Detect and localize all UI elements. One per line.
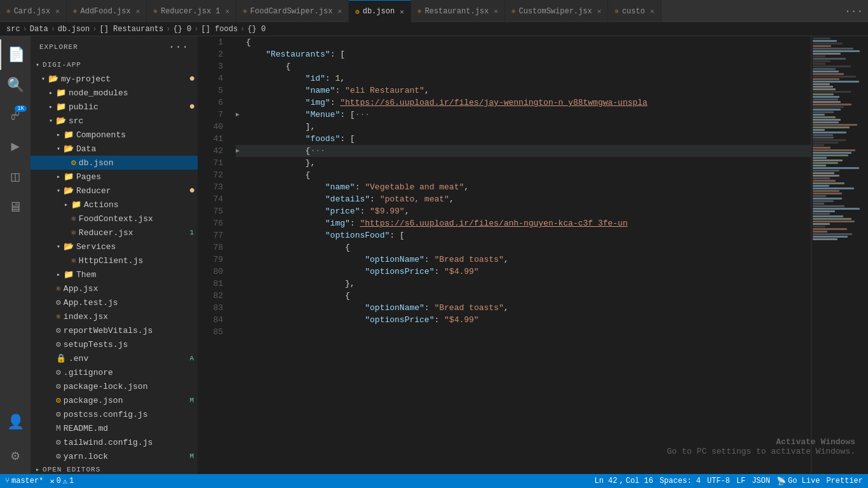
minimap-line-24 [813, 98, 838, 100]
tab-foodcardswiper[interactable]: ⚛FoodCardSwiper.jsx✕ [236, 0, 349, 22]
tree-item-5[interactable]: ▾📂Data [31, 142, 198, 156]
token-16-0: "optionsFood" [246, 229, 390, 241]
tree-item-14[interactable]: ▸📁Them [31, 268, 198, 281]
encoding[interactable]: UTF-8 [707, 477, 730, 485]
code-line-14: "price": "$9.99", [236, 205, 811, 217]
eol[interactable]: LF [736, 477, 745, 485]
go-live-button[interactable]: 📡 Go Live [776, 477, 820, 486]
tab-close-restaurant[interactable]: ✕ [494, 7, 498, 15]
activity-run[interactable]: ▶ [0, 131, 31, 161]
tree-item-3[interactable]: ▾📂src [31, 114, 198, 128]
sidebar-more-button[interactable]: ··· [168, 41, 189, 53]
fold-arrow-9[interactable]: ▶ [236, 145, 246, 157]
token-7-0: ], [246, 121, 315, 133]
tree-item-0[interactable]: ▾📂my-project● [31, 72, 198, 86]
tree-item-15[interactable]: ⚛App.jsx [31, 281, 198, 295]
tree-item-6[interactable]: ⚙db.json [31, 156, 198, 170]
breadcrumb-part-1[interactable]: Data [30, 25, 48, 34]
tab-customswiper[interactable]: ⚛CustomSwiper.jsx✕ [505, 0, 608, 22]
tab-reducer[interactable]: ⚛Reducer.jsx 1✕ [147, 0, 236, 22]
tab-close-reducer[interactable]: ✕ [226, 7, 230, 15]
sidebar-section-0[interactable]: ▸OPEN EDITORS [31, 463, 198, 474]
tree-item-9[interactable]: ▸📁Actions [31, 198, 198, 212]
tree-item-24[interactable]: ⚙postcss.config.js [31, 407, 198, 421]
tree-item-25[interactable]: MREADME.md [31, 421, 198, 435]
tree-label-21: .gitignore [64, 368, 198, 377]
code-line-19: "optionsPrice": "$4.99" [236, 266, 811, 278]
language-mode[interactable]: JSON [752, 477, 770, 485]
line-num-7: 40 [198, 121, 223, 133]
tree-item-17[interactable]: ⚛index.jsx [31, 309, 198, 323]
file-icon-27: ⚙ [56, 451, 61, 461]
folder-chevron-9: ▸ [61, 201, 71, 208]
tree-item-1[interactable]: ▸📁node_modules [31, 86, 198, 100]
tree-label-19: setupTests.js [64, 340, 198, 349]
activity-accounts[interactable]: 👤 [0, 407, 31, 437]
token-1-1: : [ [330, 48, 345, 60]
breadcrumb-part-3[interactable]: [] Restaurants [99, 25, 163, 34]
tab-icon-dbjson: ⚙ [355, 8, 360, 16]
activity-explorer[interactable]: 📄 [0, 39, 31, 70]
tab-label-custo: custo [622, 7, 645, 16]
minimap-line-37 [813, 132, 846, 133]
tab-restaurant[interactable]: ⚛Restaurant.jsx✕ [411, 0, 505, 22]
more-tabs-button[interactable]: ··· [839, 6, 868, 17]
line-num-3: 4 [198, 72, 223, 85]
token-13-0: "details" [246, 193, 370, 205]
tree-item-23[interactable]: ⚙package.jsonM [31, 393, 198, 407]
tree-item-12[interactable]: ▾📂Services [31, 240, 198, 254]
activity-search[interactable]: 🔍 [0, 70, 31, 100]
minimap-line-1 [813, 40, 837, 42]
prettier-button[interactable]: Prettier [826, 477, 863, 485]
breadcrumb-part-0[interactable]: src [6, 25, 20, 34]
tree-item-2[interactable]: ▸📁public● [31, 100, 198, 114]
tab-close-dbjson[interactable]: ✕ [400, 8, 404, 16]
breadcrumb-part-4[interactable]: {} 0 [173, 25, 191, 34]
git-branch-icon: ⑂ [5, 477, 10, 485]
sidebar-project-header[interactable]: ▾DIGI-APP [31, 58, 198, 72]
token-3-1: : [325, 72, 336, 85]
breadcrumb-part-6[interactable]: {} 0 [247, 25, 266, 34]
tree-item-21[interactable]: ⚙.gitignore [31, 365, 198, 379]
breadcrumb-part-5[interactable]: [] foods [201, 25, 238, 34]
errors-indicator[interactable]: ✕ 0 ⚠ 1 [50, 477, 74, 486]
tab-custo[interactable]: ⚛custo✕ [608, 0, 661, 22]
tab-card[interactable]: ⚛Card.jsx✕ [0, 0, 67, 22]
tab-close-customswiper[interactable]: ✕ [597, 7, 602, 15]
tree-item-27[interactable]: ⚙yarn.lockM [31, 449, 198, 463]
tab-close-custo[interactable]: ✕ [650, 7, 654, 15]
fold-arrow-11 [236, 169, 246, 181]
fold-arrow-6[interactable]: ▶ [236, 109, 246, 121]
tree-item-20[interactable]: 🔒.envA [31, 351, 198, 365]
breadcrumb-part-2[interactable]: db.json [58, 25, 90, 34]
tab-close-foodcardswiper[interactable]: ✕ [337, 7, 342, 15]
tab-addfood[interactable]: ⚛AddFood.jsx✕ [67, 0, 147, 22]
tree-item-11[interactable]: ⚛Reducer.jsx1 [31, 226, 198, 240]
tree-item-19[interactable]: ⚙setupTests.js [31, 337, 198, 351]
tab-close-addfood[interactable]: ✕ [136, 7, 140, 15]
activity-extensions[interactable]: ◫ [0, 161, 31, 192]
tab-dbjson[interactable]: ⚙db.json✕ [349, 0, 411, 22]
minimap-line-51 [813, 167, 859, 169]
activity-remote[interactable]: 🖥 [0, 192, 31, 222]
cursor-position[interactable]: Ln 42, Col 16 [594, 477, 653, 485]
tree-item-16[interactable]: ⚙App.test.js [31, 295, 198, 309]
tree-item-26[interactable]: ⚙tailwind.config.js [31, 435, 198, 449]
tree-label-26: tailwind.config.js [64, 438, 198, 447]
indentation[interactable]: Spaces: 4 [660, 477, 701, 485]
activity-settings[interactable]: ⚙ [0, 440, 31, 471]
tab-close-card[interactable]: ✕ [55, 7, 60, 15]
line-num-6: 7 [198, 109, 223, 121]
activity-source-control[interactable]: ☍ 1K [0, 100, 31, 131]
git-branch[interactable]: ⑂ master* [5, 477, 43, 485]
tree-item-8[interactable]: ▾📂Reducer● [31, 184, 198, 198]
tree-item-22[interactable]: ⚙package-lock.json [31, 379, 198, 393]
tree-item-4[interactable]: ▸📁Components [31, 128, 198, 142]
minimap-line-44 [813, 149, 855, 151]
tree-item-13[interactable]: ⚛HttpClient.js [31, 254, 198, 268]
tree-label-16: App.test.js [64, 298, 198, 308]
code-area[interactable]: { "Restaurants": [ { "id": 1, "name": "e… [229, 36, 811, 474]
tree-item-7[interactable]: ▸📁Pages [31, 170, 198, 184]
tree-item-10[interactable]: ⚛FoodContext.jsx [31, 212, 198, 226]
tree-item-18[interactable]: ⚙reportWebVitals.js [31, 323, 198, 337]
